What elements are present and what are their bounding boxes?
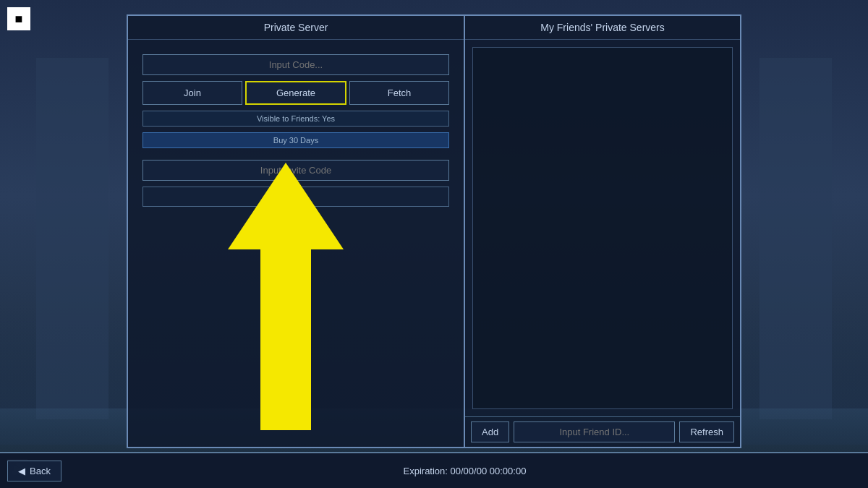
roblox-logo: ■ [7,7,30,30]
join-button[interactable]: Join [142,81,242,105]
input-code-field[interactable] [142,54,449,75]
refresh-button[interactable]: Refresh [679,421,734,442]
friends-list-area [465,40,740,416]
friend-id-input[interactable] [514,421,675,442]
action-button-row: Join Generate Fetch [142,81,449,105]
right-panel-title: My Friends' Private Servers [465,16,740,40]
building-right [760,58,832,419]
main-ui: Private Server Join Generate Fetch Visib… [127,14,741,448]
building-left [36,58,109,419]
add-friend-button[interactable]: Add [471,421,509,442]
left-panel: Private Server Join Generate Fetch Visib… [128,16,465,447]
invite-code-field[interactable] [142,160,449,181]
expiration-text: Expiration: 00/00/00 00:00:00 [69,466,861,476]
buy-30-days-row[interactable]: Buy 30 Days [142,132,449,148]
fetch-button[interactable]: Fetch [349,81,449,105]
panel-content: Join Generate Fetch Visible to Friends: … [128,40,464,221]
generate-button[interactable]: Generate [245,81,346,105]
friends-list-empty [472,47,733,409]
visible-to-friends-row: Visible to Friends: Yes [142,111,449,127]
blank-field [142,187,449,207]
back-button[interactable]: ◀ Back [7,461,61,481]
left-panel-title: Private Server [128,16,464,40]
friends-bottom-bar: Add Refresh [465,416,740,447]
right-panel: My Friends' Private Servers Add Refresh [465,16,740,447]
roblox-icon: ■ [15,12,23,27]
bottom-bar: ◀ Back Expiration: 00/00/00 00:00:00 [0,452,868,488]
back-label: Back [30,466,51,476]
back-icon: ◀ [18,466,25,476]
